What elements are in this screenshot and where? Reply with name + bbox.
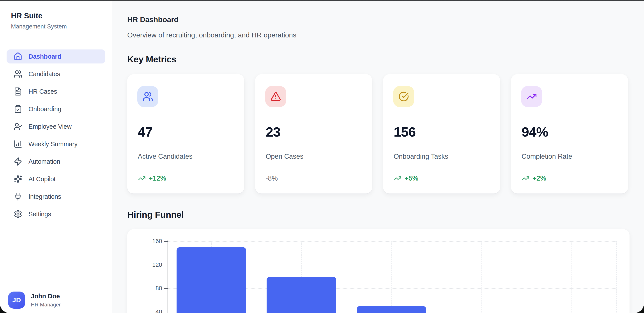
y-axis-tick [164,312,168,312]
y-axis-tick [164,288,168,289]
funnel-bar-1 [176,247,246,313]
metric-card-onboarding-tasks: 156Onboarding Tasks+5% [383,74,500,194]
section-title-hiring-funnel: Hiring Funnel [127,210,184,220]
avatar: JD [8,292,25,309]
sidebar-item-label: Automation [28,158,60,165]
zap-icon [14,157,22,166]
sidebar-item-label: Employee View [28,123,72,130]
metric-value: 47 [138,124,152,140]
users-icon [14,70,22,78]
sidebar-nav: DashboardCandidatesHR CasesOnboardingEmp… [0,41,112,225]
gridline-v [392,241,392,313]
clipboard-check-icon [14,105,22,113]
sidebar-item-dashboard[interactable]: Dashboard [6,49,105,63]
sidebar: HR Suite Management System DashboardCand… [0,1,112,313]
gridline-v [616,241,617,313]
y-axis-label: 80 [138,285,162,292]
y-axis-label: 40 [138,309,162,313]
user-check-icon [14,122,22,131]
sidebar-item-label: Weekly Summary [28,141,78,148]
y-axis-label: 120 [138,261,162,268]
sidebar-item-weekly-summary[interactable]: Weekly Summary [6,137,105,151]
trending-up-icon [138,174,146,182]
sparkles-icon [14,175,22,183]
gear-icon [14,210,22,218]
sidebar-item-settings[interactable]: Settings [6,207,105,221]
metric-card-open-cases: 23Open Cases-8% [255,74,372,194]
user-role: HR Manager [31,302,61,308]
app-subtitle: Management System [11,23,112,30]
sidebar-item-label: AI Copilot [28,176,56,183]
gridline-v [482,241,482,313]
metric-card-active-candidates: 47Active Candidates+12% [127,74,244,194]
metric-delta: +2% [522,174,546,182]
users-icon [137,86,158,107]
metric-delta: +12% [138,174,166,182]
metric-delta-value: +2% [532,174,546,182]
app-window: HR Suite Management System DashboardCand… [0,1,644,313]
metric-label: Open Cases [266,153,304,160]
metric-value: 23 [266,124,280,140]
metric-delta-value: +12% [149,174,166,182]
home-icon [14,52,22,61]
sidebar-item-integrations[interactable]: Integrations [6,190,105,204]
hiring-funnel-chart: 1601208040 [127,229,630,313]
metric-delta: +5% [394,174,418,182]
funnel-bar-3 [356,306,426,313]
trending-up-icon [521,86,542,107]
metric-label: Onboarding Tasks [394,153,448,160]
metric-delta-value: -8% [266,174,278,182]
app-title: HR Suite [11,11,112,20]
y-axis-tick [164,265,168,265]
trending-up-icon [394,174,402,182]
sidebar-item-candidates[interactable]: Candidates [6,67,105,81]
sidebar-item-onboarding[interactable]: Onboarding [6,102,105,116]
metric-value: 156 [394,124,416,140]
gridline-v [572,241,572,313]
metric-value: 94% [522,124,548,140]
plug-icon [14,192,22,201]
alert-triangle-icon [265,86,286,107]
sidebar-item-automation[interactable]: Automation [6,155,105,169]
file-text-icon [14,87,22,96]
metric-delta-value: +5% [404,174,418,182]
sidebar-item-label: Integrations [28,193,61,200]
user-name: John Doe [31,293,61,300]
sidebar-item-ai-copilot[interactable]: AI Copilot [6,172,105,186]
metric-card-completion-rate: 94%Completion Rate+2% [511,74,628,194]
y-axis-tick [164,241,168,242]
sidebar-header: HR Suite Management System [0,1,112,41]
metric-label: Completion Rate [522,153,572,160]
sidebar-item-label: Candidates [28,70,60,78]
sidebar-item-label: Dashboard [28,53,61,60]
sidebar-item-label: Settings [28,211,51,218]
trending-up-icon [522,174,530,182]
page-title: HR Dashboard [127,15,178,24]
check-circle-icon [393,86,414,107]
page-subtitle: Overview of recruiting, onboarding, and … [127,31,296,39]
funnel-bar-2 [266,277,336,313]
metric-label: Active Candidates [138,153,192,160]
gridline-h [168,241,616,242]
sidebar-item-label: HR Cases [28,88,57,95]
section-title-key-metrics: Key Metrics [127,54,176,64]
sidebar-item-hr-cases[interactable]: HR Cases [6,84,105,98]
sidebar-item-label: Onboarding [28,105,61,113]
metric-delta: -8% [266,174,278,182]
y-axis-line [168,240,168,313]
main-content: HR Dashboard Overview of recruiting, onb… [112,1,644,313]
sidebar-item-employee-view[interactable]: Employee View [6,119,105,133]
y-axis-label: 160 [138,238,162,245]
bar-chart-icon [14,140,22,148]
user-info: John Doe HR Manager [31,293,61,308]
user-card[interactable]: JD John Doe HR Manager [0,287,112,313]
